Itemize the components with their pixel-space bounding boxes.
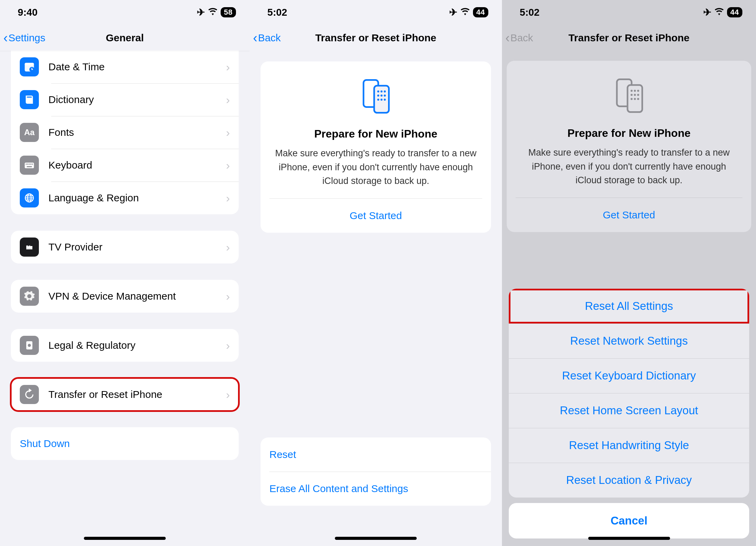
svg-point-18 xyxy=(377,90,379,92)
screen-general: 9:40 ✈︎ 58 ‹ Settings General Date & Tim… xyxy=(0,0,250,546)
row-label: Date & Time xyxy=(48,61,226,73)
reset-home-screen-layout[interactable]: Reset Home Screen Layout xyxy=(509,393,749,428)
row-label: Keyboard xyxy=(48,159,226,171)
row-language-region[interactable]: Language & Region › xyxy=(11,182,239,214)
chevron-right-icon: › xyxy=(226,60,230,74)
svg-rect-1 xyxy=(25,63,34,66)
reset-network-settings[interactable]: Reset Network Settings xyxy=(509,324,749,358)
row-tv-provider[interactable]: TV Provider › xyxy=(11,231,239,263)
row-date-time[interactable]: Date & Time › xyxy=(11,51,239,83)
status-time: 5:02 xyxy=(267,7,287,18)
reset-icon xyxy=(20,385,39,404)
row-label: TV Provider xyxy=(48,241,226,253)
shutdown-label: Shut Down xyxy=(20,438,70,449)
chevron-right-icon: › xyxy=(226,126,230,139)
nav-bar: ‹ Back Transfer or Reset iPhone xyxy=(250,25,502,51)
row-dictionary[interactable]: Dictionary › xyxy=(11,83,239,116)
nav-bar: ‹ Settings General xyxy=(0,25,250,51)
svg-point-20 xyxy=(384,90,386,92)
row-label: VPN & Device Management xyxy=(48,290,226,302)
book-icon xyxy=(20,90,39,109)
svg-point-15 xyxy=(28,344,31,347)
erase-all-button[interactable]: Erase All Content and Settings xyxy=(261,472,491,506)
reset-all-settings[interactable]: Reset All Settings xyxy=(509,289,749,324)
option-label: Reset Handwriting Style xyxy=(569,439,689,452)
fonts-icon: Aa xyxy=(20,123,39,142)
nav-back[interactable]: ‹ Back xyxy=(253,31,281,44)
home-indicator[interactable] xyxy=(335,537,417,540)
row-label: Transfer or Reset iPhone xyxy=(48,389,226,400)
reset-button[interactable]: Reset xyxy=(261,437,491,472)
row-vpn[interactable]: VPN & Device Management › xyxy=(11,280,239,313)
svg-rect-5 xyxy=(26,164,27,165)
shutdown-button[interactable]: Shut Down xyxy=(11,427,239,460)
svg-rect-8 xyxy=(30,164,31,165)
status-bar: 9:40 ✈︎ 58 xyxy=(0,0,250,25)
chevron-right-icon: › xyxy=(226,339,230,352)
wifi-icon xyxy=(208,8,217,17)
chevron-left-icon: ‹ xyxy=(253,31,257,44)
option-label: Reset Location & Privacy xyxy=(566,474,692,487)
chevron-right-icon: › xyxy=(226,191,230,205)
row-keyboard[interactable]: Keyboard › xyxy=(11,149,239,182)
status-indicators: ✈︎ 44 xyxy=(449,6,488,18)
option-label: Reset Home Screen Layout xyxy=(560,404,698,417)
nav-back-label: Back xyxy=(258,32,281,44)
option-label: Reset All Settings xyxy=(585,300,673,313)
svg-point-24 xyxy=(377,99,379,101)
option-label: Reset Network Settings xyxy=(570,334,688,347)
row-label: Fonts xyxy=(48,127,226,138)
status-bar: 5:02 ✈︎ 44 xyxy=(250,0,502,25)
svg-rect-10 xyxy=(27,166,32,167)
wifi-icon xyxy=(461,8,470,17)
chevron-right-icon: › xyxy=(226,241,230,254)
reset-keyboard-dictionary[interactable]: Reset Keyboard Dictionary xyxy=(509,358,749,393)
chevron-right-icon: › xyxy=(226,388,230,401)
row-label: Dictionary xyxy=(48,94,226,105)
svg-point-23 xyxy=(384,95,386,97)
svg-point-21 xyxy=(377,95,379,97)
prepare-card: Prepare for New iPhone Make sure everyth… xyxy=(261,61,491,233)
option-label: Reset Keyboard Dictionary xyxy=(562,369,696,382)
nav-title: General xyxy=(106,32,144,44)
svg-point-25 xyxy=(381,99,383,101)
nav-back-settings[interactable]: ‹ Settings xyxy=(3,31,45,44)
tv-provider-icon xyxy=(20,238,39,257)
screen-reset-sheet: 5:02 ✈︎ 44 ‹ Back Transfer or Reset iPho… xyxy=(502,0,756,546)
chevron-right-icon: › xyxy=(226,93,230,106)
cta-label: Get Started xyxy=(350,210,402,221)
chevron-left-icon: ‹ xyxy=(3,31,8,44)
get-started-button[interactable]: Get Started xyxy=(261,199,491,233)
reset-location-privacy[interactable]: Reset Location & Privacy xyxy=(509,463,749,498)
reset-actions-group: Reset Erase All Content and Settings xyxy=(261,437,491,506)
svg-rect-7 xyxy=(29,164,30,165)
cancel-button[interactable]: Cancel xyxy=(509,503,749,538)
cancel-label: Cancel xyxy=(610,514,647,527)
battery-indicator: 58 xyxy=(221,7,236,17)
action-sheet: Reset All Settings Reset Network Setting… xyxy=(502,0,756,546)
row-label: Language & Region xyxy=(48,192,226,204)
svg-point-26 xyxy=(384,99,386,101)
nav-back-label: Settings xyxy=(9,32,45,44)
battery-indicator: 44 xyxy=(473,7,488,17)
transfer-devices-icon xyxy=(355,75,396,116)
chevron-right-icon: › xyxy=(226,290,230,303)
home-indicator[interactable] xyxy=(588,537,670,540)
globe-icon xyxy=(20,188,39,207)
reset-label: Reset xyxy=(269,449,296,460)
svg-point-22 xyxy=(381,95,383,97)
screen-transfer-reset: 5:02 ✈︎ 44 ‹ Back Transfer or Reset iPho… xyxy=(250,0,502,546)
reset-options-list: Reset All Settings Reset Network Setting… xyxy=(509,289,749,498)
svg-rect-6 xyxy=(27,164,28,165)
chevron-right-icon: › xyxy=(226,159,230,172)
home-indicator[interactable] xyxy=(84,537,166,540)
reset-handwriting-style[interactable]: Reset Handwriting Style xyxy=(509,428,749,463)
row-fonts[interactable]: Aa Fonts › xyxy=(11,116,239,149)
svg-point-19 xyxy=(381,90,383,92)
row-transfer-reset[interactable]: Transfer or Reset iPhone › xyxy=(11,378,239,411)
calendar-clock-icon xyxy=(20,57,39,76)
card-title: Prepare for New iPhone xyxy=(273,128,479,140)
erase-label: Erase All Content and Settings xyxy=(269,483,408,494)
row-legal[interactable]: Legal & Regulatory › xyxy=(11,329,239,362)
airplane-icon: ✈︎ xyxy=(449,6,457,18)
